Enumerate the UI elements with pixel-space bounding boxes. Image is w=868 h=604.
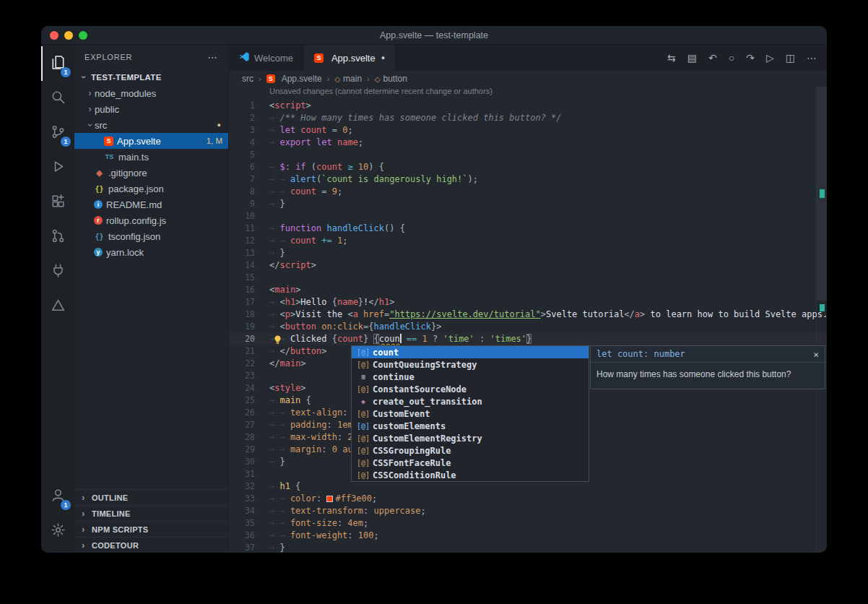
activity-extensions[interactable] bbox=[41, 185, 74, 220]
more-actions-icon[interactable]: ⋯ bbox=[807, 53, 817, 63]
previous-change-icon[interactable]: ↶ bbox=[708, 53, 717, 63]
activity-triangle-extension[interactable] bbox=[41, 289, 74, 324]
color-swatch[interactable] bbox=[326, 496, 333, 502]
open-preview-icon[interactable]: ▤ bbox=[687, 53, 697, 63]
tree-item-yarn.lock[interactable]: yyarn.lock bbox=[74, 244, 228, 260]
titlebar[interactable]: App.svelte — test-template bbox=[41, 26, 827, 45]
more-actions-icon[interactable]: ⋯ bbox=[207, 51, 218, 63]
zoom-window-button[interactable] bbox=[79, 31, 87, 40]
tree-item-public[interactable]: ›public bbox=[74, 101, 228, 117]
suggest-item-CSSFontFaceRule[interactable]: [@]CSSFontFaceRule bbox=[352, 457, 589, 469]
suggest-kind-icon: [@] bbox=[354, 348, 373, 356]
suggest-item-continue[interactable]: ≣continue bbox=[352, 371, 589, 383]
code-line[interactable]: 7→→alert(`count is dangerously high!`); bbox=[229, 173, 827, 186]
git-compare-icon[interactable]: ⇆ bbox=[667, 53, 676, 63]
code-line[interactable]: 34→→text-transform: uppercase; bbox=[229, 505, 827, 517]
run-debug-icon bbox=[51, 159, 66, 177]
code-line[interactable]: 3→let count = 0; bbox=[229, 124, 827, 137]
activity-accounts[interactable]: 1 bbox=[41, 479, 74, 514]
activity-run-debug[interactable] bbox=[41, 150, 74, 185]
activity-badge: 1 bbox=[61, 67, 71, 77]
suggest-item-CustomEvent[interactable]: [@]CustomEvent bbox=[352, 407, 589, 420]
lightbulb-icon[interactable] bbox=[272, 335, 283, 345]
code-line[interactable]: 8→→count = 9; bbox=[229, 186, 827, 198]
code-line[interactable]: 36→→font-weight: 100; bbox=[229, 530, 827, 542]
code-text: →} bbox=[255, 542, 285, 553]
code-line[interactable]: 10 bbox=[229, 210, 827, 223]
activity-source-control[interactable]: 1 bbox=[41, 116, 74, 150]
breadcrumb-separator-icon: › bbox=[327, 74, 330, 83]
code-line[interactable]: 18→<p>Visit the <a href="https://svelte.… bbox=[229, 309, 827, 321]
breadcrumb-separator-icon: › bbox=[259, 74, 261, 83]
suggest-item-CSSConditionRule[interactable]: [@]CSSConditionRule bbox=[352, 469, 589, 481]
breadcrumb-item-button[interactable]: ◇button bbox=[375, 74, 407, 84]
suggest-item-CustomElementRegistry[interactable]: [@]CustomElementRegistry bbox=[352, 432, 589, 444]
run-icon[interactable]: ▷ bbox=[766, 53, 774, 63]
explorer-root-folder[interactable]: › TEST-TEMPLATE bbox=[74, 69, 228, 85]
code-line[interactable]: 20→→Clicked {count} {coun == 1 ? 'time' … bbox=[229, 333, 827, 345]
close-window-button[interactable] bbox=[50, 31, 58, 40]
suggest-item-ConstantSourceNode[interactable]: [@]ConstantSourceNode bbox=[352, 383, 589, 395]
code-line[interactable]: 2→/** How many times has someone clicked… bbox=[229, 112, 827, 124]
suggest-item-customElements[interactable]: [@]customElements bbox=[352, 420, 589, 432]
activity-explorer[interactable]: 1 bbox=[41, 46, 74, 81]
tree-item-.gitignore[interactable]: ◆.gitignore bbox=[74, 165, 228, 181]
tree-item-node_modules[interactable]: ›node_modules bbox=[74, 85, 228, 101]
line-number: 10 bbox=[229, 210, 255, 223]
code-line[interactable]: 16<main> bbox=[229, 284, 827, 296]
tree-item-rollup.config.js[interactable]: rrollup.config.js bbox=[74, 212, 228, 228]
close-icon[interactable]: × bbox=[813, 350, 819, 359]
tab-welcome[interactable]: Welcome bbox=[229, 45, 304, 71]
code-line[interactable]: 12→→count += 1; bbox=[229, 235, 827, 247]
file-tree: ›node_modules›public›src●SApp.svelte1, M… bbox=[74, 85, 228, 489]
tree-item-main.ts[interactable]: TSmain.ts bbox=[74, 149, 228, 165]
code-line[interactable]: 5 bbox=[229, 149, 827, 161]
code-line[interactable]: 11→function handleClick() { bbox=[229, 223, 827, 235]
code-line[interactable]: 32→h1 { bbox=[229, 480, 827, 493]
code-line[interactable]: 1<script> bbox=[229, 100, 827, 112]
unsaved-changes-notice: Unsaved changes (cannot determine recent… bbox=[229, 87, 827, 100]
tree-item-App.svelte[interactable]: SApp.svelte1, M bbox=[74, 133, 228, 149]
suggest-item-CSSGroupingRule[interactable]: [@]CSSGroupingRule bbox=[352, 444, 589, 457]
breadcrumb-item-main[interactable]: ◇main bbox=[334, 74, 362, 84]
code-editor[interactable]: Unsaved changes (cannot determine recent… bbox=[229, 87, 827, 553]
tree-item-tsconfig.json[interactable]: {}tsconfig.json bbox=[74, 228, 228, 244]
breadcrumb-item-app-svelte[interactable]: SApp.svelte bbox=[266, 74, 322, 84]
code-line[interactable]: 9→} bbox=[229, 198, 827, 210]
code-line[interactable]: 6→$: if (count ≥ 10) { bbox=[229, 161, 827, 173]
code-text bbox=[255, 210, 269, 223]
open-changes-icon[interactable]: ○ bbox=[729, 53, 734, 63]
code-line[interactable]: 15 bbox=[229, 272, 827, 284]
activity-settings[interactable] bbox=[41, 514, 74, 548]
suggest-item-create_out_transition[interactable]: ◈create_out_transition bbox=[352, 395, 589, 407]
tab-app-svelte[interactable]: SApp.svelte● bbox=[304, 45, 396, 71]
code-line[interactable]: 33→→color: #ff3e00; bbox=[229, 493, 827, 505]
sidebar-section-npm-scripts[interactable]: ›NPM SCRIPTS bbox=[74, 521, 228, 537]
code-line[interactable]: 14</script> bbox=[229, 259, 827, 272]
code-line[interactable]: 4→export let name; bbox=[229, 137, 827, 149]
sidebar-section-outline[interactable]: ›OUTLINE bbox=[74, 489, 228, 505]
activity-github-pull-requests[interactable] bbox=[41, 220, 74, 254]
activity-search[interactable] bbox=[41, 81, 74, 116]
code-line[interactable]: 37→} bbox=[229, 542, 827, 553]
tree-item-src[interactable]: ›src● bbox=[74, 117, 228, 133]
split-editor-icon[interactable]: ◫ bbox=[786, 53, 795, 63]
sidebar-section-codetour[interactable]: ›CODETOUR bbox=[74, 537, 228, 553]
tree-item-README.md[interactable]: iREADME.md bbox=[74, 197, 228, 212]
suggest-item-count[interactable]: [@]count bbox=[352, 346, 589, 358]
minimize-window-button[interactable] bbox=[64, 31, 73, 40]
tree-item-package.json[interactable]: {}package.json bbox=[74, 181, 228, 197]
modified-ruler-mark bbox=[820, 304, 825, 311]
suggest-label: count bbox=[373, 348, 399, 358]
section-label: NPM SCRIPTS bbox=[92, 525, 148, 534]
code-line[interactable]: 13→} bbox=[229, 247, 827, 259]
next-change-icon[interactable]: ↷ bbox=[746, 53, 755, 63]
code-line[interactable]: 35→→font-size: 4em; bbox=[229, 517, 827, 530]
breadcrumb-item-src[interactable]: src bbox=[242, 74, 253, 84]
code-text: →→text-transform: uppercase; bbox=[255, 505, 426, 517]
code-line[interactable]: 17→<h1>Hello {name}!</h1> bbox=[229, 296, 827, 309]
activity-remote-explorer[interactable] bbox=[41, 254, 74, 289]
code-line[interactable]: 19→<button on:click={handleClick}> bbox=[229, 321, 827, 333]
sidebar-section-timeline[interactable]: ›TIMELINE bbox=[74, 505, 228, 521]
suggest-item-CountQueuingStrategy[interactable]: [@]CountQueuingStrategy bbox=[352, 358, 589, 371]
